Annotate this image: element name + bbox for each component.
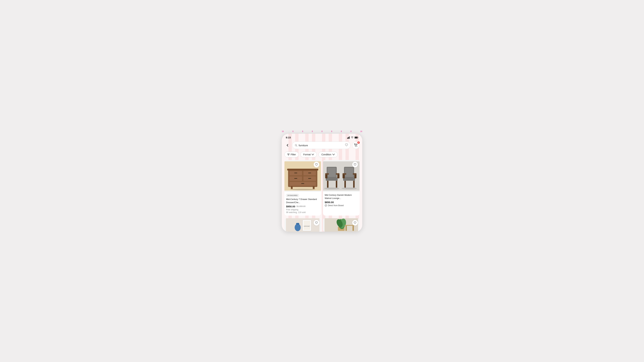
cart-icon (354, 144, 358, 147)
svg-rect-45 (353, 181, 355, 188)
svg-rect-66 (346, 226, 347, 231)
svg-point-9 (355, 146, 356, 147)
svg-rect-34 (326, 178, 338, 181)
svg-rect-17 (287, 169, 318, 170)
product-card-2[interactable]: Mid Century Danish Modern Walnut Lounge.… (323, 160, 360, 216)
svg-rect-67 (352, 226, 354, 231)
svg-rect-40 (336, 173, 340, 175)
svg-rect-6 (355, 137, 358, 138)
cart-badge: 9 (357, 141, 360, 144)
svg-rect-3 (349, 136, 350, 139)
heart-icon-3 (315, 222, 318, 224)
filter-button[interactable]: Filter (284, 152, 299, 157)
search-area: furniture 9 (282, 140, 362, 151)
svg-rect-49 (353, 173, 356, 175)
wifi-icon (351, 136, 354, 139)
heart-icon-4 (354, 222, 356, 224)
product-image-4 (323, 218, 360, 232)
svg-point-54 (295, 224, 301, 231)
cart-button[interactable]: 9 (352, 142, 360, 149)
svg-rect-5 (358, 137, 358, 138)
search-icon (295, 144, 297, 146)
svg-rect-36 (336, 181, 337, 188)
sponsored-badge: SPONSORED (286, 194, 299, 197)
svg-text:VERONET: VERONET (304, 226, 310, 227)
product-title-1: Mid-Century 7 Drawer Standard Dresser/Ch… (286, 198, 319, 204)
product-card-3[interactable]: VERONET (284, 218, 321, 232)
svg-rect-24 (308, 173, 311, 173)
favorite-button-3[interactable] (314, 220, 319, 226)
search-query: furniture (299, 144, 344, 147)
svg-rect-56 (296, 223, 299, 224)
verified-icon (325, 204, 327, 207)
direct-brand-label: Direct from Brand (328, 204, 344, 207)
product-image-3: VERONET (284, 218, 321, 232)
bottom-partial-grid: VERONET (282, 218, 362, 232)
svg-rect-43 (343, 178, 355, 181)
svg-rect-29 (313, 186, 314, 189)
back-button[interactable] (284, 142, 290, 148)
format-label: Format (303, 153, 310, 156)
svg-rect-26 (308, 178, 311, 179)
watching-info-1: 96 watching, 119 sold (286, 211, 319, 214)
price-row-1: $950.00 $1,000.00 (286, 205, 319, 208)
svg-rect-28 (291, 186, 293, 189)
svg-rect-33 (328, 168, 336, 177)
favorite-button-4[interactable] (352, 220, 358, 226)
signal-icon (347, 136, 350, 139)
heart-icon-2 (354, 164, 356, 166)
filter-label: Filter (291, 153, 296, 156)
svg-rect-1 (348, 137, 348, 139)
back-arrow-icon (286, 144, 288, 146)
product-card-1[interactable]: SPONSORED Mid-Century 7 Drawer Standard … (284, 160, 321, 216)
shipping-info-1: Free shipping (286, 208, 319, 211)
filter-bar: Filter Format Condition (282, 151, 362, 160)
format-button[interactable]: Format (300, 152, 317, 157)
battery-icon (354, 136, 358, 138)
svg-rect-27 (301, 183, 304, 184)
svg-rect-44 (344, 181, 346, 188)
svg-point-51 (342, 188, 357, 190)
format-chevron-icon (312, 153, 314, 156)
heart-icon-1 (315, 164, 318, 166)
current-price-2: $850.00 (325, 201, 334, 204)
status-bar: 9:15 (282, 134, 362, 140)
product-title-2: Mid Century Danish Modern Walnut Lounge.… (325, 194, 358, 200)
svg-rect-38 (325, 173, 329, 175)
svg-point-10 (356, 146, 357, 147)
product-image-2 (323, 160, 360, 192)
svg-rect-35 (327, 181, 328, 188)
svg-point-30 (290, 189, 316, 190)
condition-label: Condition (321, 153, 331, 156)
svg-rect-23 (294, 173, 297, 173)
search-heart-icon[interactable] (345, 144, 348, 147)
search-box[interactable]: furniture (292, 142, 350, 149)
svg-rect-25 (294, 178, 297, 179)
filter-icon (287, 153, 290, 156)
grid-guides: 16 8 8 8 8 8 8 8 16 (282, 130, 362, 132)
condition-chevron-icon (332, 153, 335, 156)
svg-rect-47 (343, 173, 346, 175)
product-info-1: SPONSORED Mid-Century 7 Drawer Standard … (284, 192, 321, 216)
status-time: 9:15 (286, 136, 291, 139)
status-icons (347, 136, 358, 139)
phone-frame: 9:15 (282, 134, 362, 232)
price-row-2: $850.00 (325, 201, 358, 204)
product-card-4[interactable] (323, 218, 360, 232)
svg-line-8 (296, 146, 297, 146)
direct-brand-info: Direct from Brand (325, 204, 358, 207)
svg-rect-42 (345, 168, 353, 177)
svg-point-50 (324, 188, 340, 190)
original-price-1: $1,000.00 (296, 205, 306, 208)
current-price-1: $950.00 (286, 205, 295, 208)
svg-rect-2 (348, 137, 349, 139)
product-info-2: Mid Century Danish Modern Walnut Lounge.… (323, 192, 360, 208)
condition-button[interactable]: Condition (318, 152, 338, 157)
product-image-1 (284, 160, 321, 192)
svg-rect-0 (347, 138, 348, 139)
product-grid: SPONSORED Mid-Century 7 Drawer Standard … (282, 160, 362, 218)
